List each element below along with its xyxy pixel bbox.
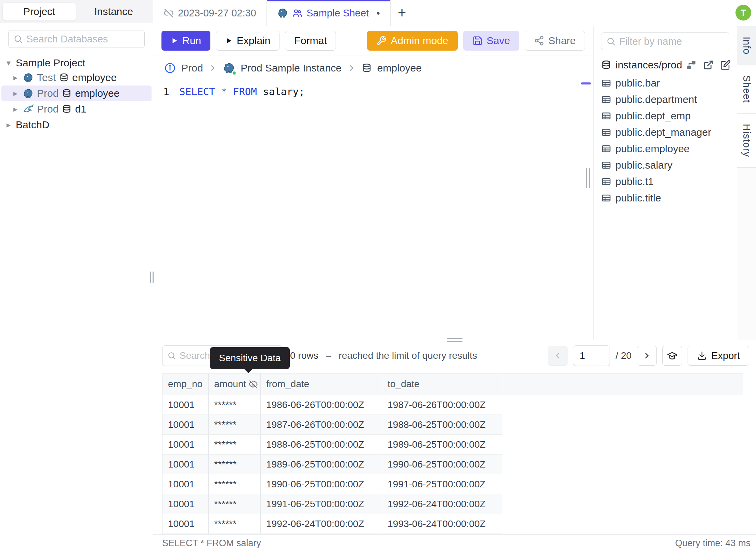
breadcrumb-instance[interactable]: Prod Sample Instance xyxy=(240,62,341,74)
sql-editor[interactable]: 1 SELECT * FROM salary; xyxy=(153,81,593,340)
cell-emp-no[interactable]: 10001 xyxy=(162,455,209,474)
breadcrumb-environment[interactable]: Prod xyxy=(181,62,203,74)
cell-emp-no[interactable]: 10001 xyxy=(162,494,209,514)
table-list-item[interactable]: public.salary xyxy=(594,157,737,173)
tab-instance[interactable]: Instance xyxy=(77,3,151,21)
caret-down-icon[interactable]: ▾ xyxy=(5,58,12,68)
schema-filter-input[interactable] xyxy=(619,36,724,47)
cell-emp-no[interactable]: 10001 xyxy=(162,474,209,494)
tab-sample-sheet[interactable]: Sample Sheet ● xyxy=(267,0,391,26)
tab-sheet[interactable]: Sheet xyxy=(737,65,756,114)
avatar[interactable]: T xyxy=(735,5,751,21)
cell-emp-no[interactable]: 10001 xyxy=(162,415,209,434)
cell-amount-masked[interactable]: ****** xyxy=(209,455,261,474)
explain-button[interactable]: Explain xyxy=(216,31,279,51)
cell-amount-masked[interactable]: ****** xyxy=(209,474,261,494)
save-button[interactable]: Save xyxy=(463,31,519,51)
caret-right-icon[interactable]: ▸ xyxy=(12,104,19,114)
page-number-input[interactable] xyxy=(573,345,610,366)
eye-off-icon[interactable] xyxy=(249,380,258,389)
cell-emp-no[interactable]: 10001 xyxy=(162,514,209,534)
tree-node-sample-project[interactable]: ▾ Sample Project xyxy=(0,56,153,70)
table-row[interactable]: 10001 ****** 1989-06-25T00:00:00Z 1990-0… xyxy=(162,455,503,474)
share-button[interactable]: Share xyxy=(525,31,585,51)
table-name: public.salary xyxy=(615,159,673,171)
panel-resize-handle[interactable] xyxy=(586,168,590,188)
breadcrumb-database[interactable]: employee xyxy=(377,62,422,74)
table-row[interactable]: 10001 ****** 1988-06-25T00:00:00Z 1989-0… xyxy=(162,435,503,455)
table-list-item[interactable]: public.employee xyxy=(594,141,737,157)
table-list-item[interactable]: public.title xyxy=(594,190,737,206)
tree-node-prod-d1[interactable]: ▸ Prod d1 xyxy=(1,101,152,117)
table-row[interactable]: 10001 ****** 1992-06-24T00:00:00Z 1993-0… xyxy=(162,514,503,534)
cell-from-date[interactable]: 1987-06-26T00:00:00Z xyxy=(261,415,382,434)
table-row[interactable]: 10001 ****** 1986-06-26T00:00:00Z 1987-0… xyxy=(162,395,503,415)
table-name: public.department xyxy=(615,94,697,105)
table-list: public.bar public.department public.dept… xyxy=(594,75,737,206)
prev-page-button[interactable] xyxy=(548,346,568,366)
cell-from-date[interactable]: 1990-06-25T00:00:00Z xyxy=(261,474,382,494)
column-header[interactable]: to_date xyxy=(382,373,502,395)
cell-from-date[interactable]: 1986-06-26T00:00:00Z xyxy=(261,395,382,415)
sheet-tab-bar: 2023-09-27 02:30 Sample Sheet ● + T xyxy=(153,0,756,26)
info-icon[interactable] xyxy=(164,62,176,74)
table-list-item[interactable]: public.t1 xyxy=(594,173,737,190)
table-row[interactable]: 10001 ****** 1991-06-25T00:00:00Z 1992-0… xyxy=(162,494,503,514)
tree-node-test-employee[interactable]: ▸ Test employee xyxy=(1,70,152,86)
external-link-icon[interactable] xyxy=(703,60,714,70)
code-line[interactable]: 1 SELECT * FROM salary; xyxy=(153,84,593,99)
admin-mode-button[interactable]: Admin mode xyxy=(367,31,457,51)
results-resize-handle[interactable] xyxy=(447,338,462,342)
cell-to-date[interactable]: 1987-06-26T00:00:00Z xyxy=(382,395,502,415)
cell-emp-no[interactable]: 10001 xyxy=(162,435,209,454)
database-search-input[interactable] xyxy=(26,34,140,45)
table-list-item[interactable]: public.dept_manager xyxy=(594,124,737,141)
cell-to-date[interactable]: 1991-06-25T00:00:00Z xyxy=(382,474,502,494)
schema-filter[interactable] xyxy=(601,32,729,50)
cell-from-date[interactable]: 1991-06-25T00:00:00Z xyxy=(261,494,382,514)
run-button[interactable]: Run xyxy=(161,31,210,51)
cell-to-date[interactable]: 1993-06-24T00:00:00Z xyxy=(382,514,502,534)
column-header[interactable]: amount xyxy=(209,373,261,395)
column-header[interactable]: from_date xyxy=(261,373,382,395)
cell-from-date[interactable]: 1988-06-25T00:00:00Z xyxy=(261,435,382,454)
cell-to-date[interactable]: 1989-06-25T00:00:00Z xyxy=(382,435,502,454)
caret-right-icon[interactable]: ▸ xyxy=(12,73,19,82)
cell-emp-no[interactable]: 10001 xyxy=(162,395,209,415)
cell-from-date[interactable]: 1992-06-24T00:00:00Z xyxy=(261,514,382,534)
table-row[interactable]: 10001 ****** 1990-06-25T00:00:00Z 1991-0… xyxy=(162,474,503,494)
tree-node-prod-employee[interactable]: ▸ Prod employee xyxy=(1,86,152,101)
cell-amount-masked[interactable]: ****** xyxy=(209,494,261,514)
tab-history-sheet[interactable]: 2023-09-27 02:30 xyxy=(153,0,267,26)
cell-amount-masked[interactable]: ****** xyxy=(209,514,261,534)
tab-history[interactable]: History xyxy=(737,114,756,168)
tree-node-batchd[interactable]: ▸ BatchD xyxy=(0,117,153,133)
cell-amount-masked[interactable]: ****** xyxy=(209,435,261,454)
sql-editor-app: Project Instance ▾ Sample Project ▸ Test xyxy=(0,0,756,552)
caret-right-icon[interactable]: ▸ xyxy=(5,120,12,130)
tab-info[interactable]: Info xyxy=(737,26,756,65)
cell-to-date[interactable]: 1988-06-25T00:00:00Z xyxy=(382,415,502,434)
save-label: Save xyxy=(487,35,510,47)
cell-amount-masked[interactable]: ****** xyxy=(209,415,261,434)
cell-from-date[interactable]: 1989-06-25T00:00:00Z xyxy=(261,455,382,474)
table-list-item[interactable]: public.bar xyxy=(594,75,737,91)
table-row[interactable]: 10001 ****** 1987-06-26T00:00:00Z 1988-0… xyxy=(162,415,503,435)
edit-icon[interactable] xyxy=(720,60,731,70)
tab-project[interactable]: Project xyxy=(3,3,76,21)
cell-to-date[interactable]: 1990-06-25T00:00:00Z xyxy=(382,455,502,474)
masking-reason-button[interactable] xyxy=(662,346,682,366)
table-list-item[interactable]: public.dept_emp xyxy=(594,108,737,124)
cell-to-date[interactable]: 1992-06-24T00:00:00Z xyxy=(382,494,502,514)
export-button[interactable]: Export xyxy=(688,346,749,366)
next-page-button[interactable] xyxy=(637,346,657,366)
new-tab-button[interactable]: + xyxy=(391,0,413,26)
schema-diagram-icon[interactable] xyxy=(686,60,696,70)
column-header[interactable]: emp_no xyxy=(162,373,209,395)
database-search[interactable] xyxy=(8,30,145,48)
table-list-item[interactable]: public.department xyxy=(594,91,737,108)
cell-amount-masked[interactable]: ****** xyxy=(209,395,261,415)
format-button[interactable]: Format xyxy=(285,31,336,51)
caret-right-icon[interactable]: ▸ xyxy=(12,89,19,98)
sidebar-resize-handle[interactable] xyxy=(150,272,154,283)
